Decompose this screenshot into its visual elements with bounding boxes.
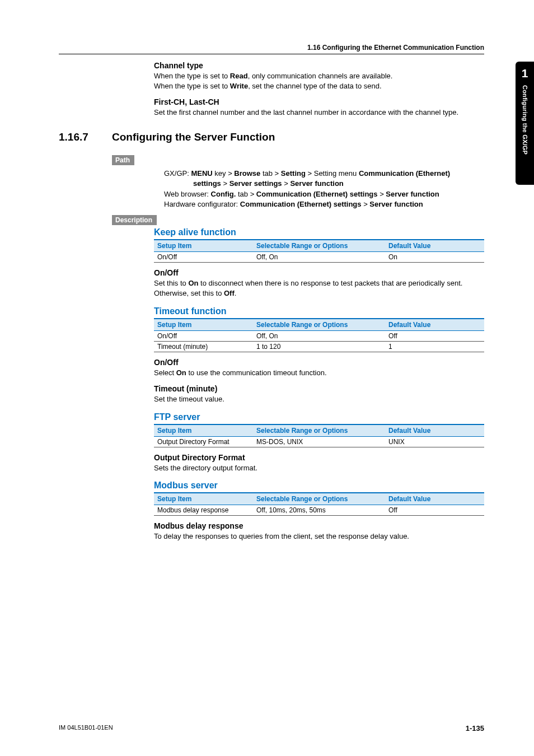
channel-type-heading: Channel type bbox=[154, 61, 484, 70]
running-header: 1.16 Configuring the Ethernet Communicat… bbox=[59, 44, 484, 54]
th-setup-item: Setup Item bbox=[154, 425, 253, 437]
footer-doc-id: IM 04L51B01-01EN bbox=[59, 724, 113, 732]
path-block: GX/GP: MENU key > Browse tab > Setting >… bbox=[164, 169, 484, 210]
table-row: Output Directory Format MS-DOS, UNIX UNI… bbox=[154, 436, 484, 447]
keep-alive-table: Setup Item Selectable Range or Options D… bbox=[154, 240, 484, 263]
side-tab-title: Configuring the GX/GP bbox=[522, 85, 528, 155]
description-label: Description bbox=[112, 215, 157, 225]
th-default: Default Value bbox=[385, 425, 484, 437]
table-row: Timeout (minute) 1 to 120 1 bbox=[154, 341, 484, 352]
path-line-hw: Hardware configurator: Communication (Et… bbox=[164, 199, 484, 209]
th-default: Default Value bbox=[385, 240, 484, 252]
modbus-title: Modbus server bbox=[154, 480, 484, 493]
modbus-table: Setup Item Selectable Range or Options D… bbox=[154, 493, 484, 516]
th-setup-item: Setup Item bbox=[154, 240, 253, 252]
footer: IM 04L51B01-01EN 1-135 bbox=[59, 724, 484, 732]
path-line-web: Web browser: Config. tab > Communication… bbox=[164, 189, 484, 199]
channel-type-line1: When the type is set to Read, only commu… bbox=[154, 71, 484, 81]
th-setup-item: Setup Item bbox=[154, 493, 253, 505]
section-number: 1.16.7 bbox=[59, 131, 112, 143]
timeout-onoff-heading: On/Off bbox=[154, 358, 484, 367]
table-row: On/Off Off, On Off bbox=[154, 330, 484, 341]
timeout-onoff-text: Select On to use the communication timeo… bbox=[154, 368, 484, 378]
th-options: Selectable Range or Options bbox=[253, 493, 385, 505]
path-line-gxgp: GX/GP: MENU key > Browse tab > Setting >… bbox=[164, 169, 484, 179]
th-default: Default Value bbox=[385, 493, 484, 505]
content: 1.16 Configuring the Ethernet Communicat… bbox=[59, 44, 484, 542]
page: 1 Configuring the GX/GP 1.16 Configuring… bbox=[0, 0, 534, 756]
ftp-odf-text: Sets the directory output format. bbox=[154, 463, 484, 473]
side-tab-number: 1 bbox=[522, 65, 528, 82]
th-options: Selectable Range or Options bbox=[253, 425, 385, 437]
timeout-minute-heading: Timeout (minute) bbox=[154, 384, 484, 393]
path-line-gxgp-cont: settings > Server settings > Server func… bbox=[164, 179, 484, 189]
table-row: Modbus delay response Off, 10ms, 20ms, 5… bbox=[154, 505, 484, 516]
keep-alive-onoff-text: Set this to On to disconnect when there … bbox=[154, 278, 484, 298]
th-options: Selectable Range or Options bbox=[253, 319, 385, 331]
side-tab: 1 Configuring the GX/GP bbox=[516, 62, 534, 185]
th-options: Selectable Range or Options bbox=[253, 240, 385, 252]
table-row: On/Off Off, On On bbox=[154, 252, 484, 263]
th-setup-item: Setup Item bbox=[154, 319, 253, 331]
ftp-odf-heading: Output Directory Format bbox=[154, 453, 484, 462]
modbus-mdr-heading: Modbus delay response bbox=[154, 521, 484, 530]
keep-alive-title: Keep alive function bbox=[154, 227, 484, 240]
ftp-title: FTP server bbox=[154, 412, 484, 425]
first-last-heading: First-CH, Last-CH bbox=[154, 97, 484, 106]
timeout-title: Timeout function bbox=[154, 306, 484, 319]
modbus-mdr-text: To delay the responses to queries from t… bbox=[154, 531, 484, 542]
section-title: Configuring the Server Function bbox=[112, 131, 275, 143]
keep-alive-section: Keep alive function Setup Item Selectabl… bbox=[154, 227, 484, 541]
path-label: Path bbox=[112, 155, 134, 165]
footer-page-number: 1-135 bbox=[466, 724, 484, 732]
preamble: Channel type When the type is set to Rea… bbox=[154, 61, 484, 118]
section-heading: 1.16.7 Configuring the Server Function bbox=[59, 131, 484, 143]
timeout-table: Setup Item Selectable Range or Options D… bbox=[154, 319, 484, 352]
channel-type-line2: When the type is set to Write, set the c… bbox=[154, 81, 484, 91]
timeout-minute-text: Set the timeout value. bbox=[154, 394, 484, 404]
keep-alive-onoff-heading: On/Off bbox=[154, 268, 484, 277]
ftp-table: Setup Item Selectable Range or Options D… bbox=[154, 425, 484, 447]
th-default: Default Value bbox=[385, 319, 484, 331]
first-last-text: Set the first channel number and the las… bbox=[154, 108, 484, 118]
